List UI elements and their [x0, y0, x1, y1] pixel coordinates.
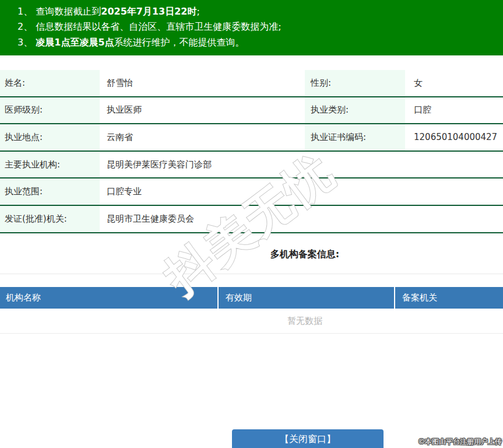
section-divider: [0, 274, 503, 274]
column-header-filing-authority: 备案机关: [394, 287, 503, 309]
license-number-value: 120650104000427: [414, 124, 497, 150]
registration-empty-state: 暂无数据: [0, 309, 503, 334]
column-header-validity-period: 有效期: [217, 287, 394, 309]
gender-label: 性别:: [305, 70, 405, 96]
table-row-name-gender: 姓名: 舒雪怡 性别: 女: [0, 70, 503, 97]
notice-line-3: 3、 凌晨1点至凌晨5点系统进行维护，不能提供查询。: [17, 35, 503, 50]
notice-line-1-bold: 2025年7月13日22时: [101, 6, 196, 17]
notice-line-3-text: 3、: [17, 37, 36, 48]
column-header-institution-name: 机构名称: [0, 287, 217, 309]
gender-value: 女: [414, 70, 423, 96]
practitioner-query-page: 1、 查询数据截止到2025年7月13日22时; 2、 信息数据结果以各省、自治…: [0, 0, 503, 448]
multi-institution-section-title: 多机构备案信息:: [0, 249, 503, 261]
name-value: 舒雪怡: [107, 70, 133, 96]
practice-scope-value: 口腔专业: [107, 178, 142, 205]
notice-line-3-bold: 凌晨1点至凌晨5点: [36, 37, 114, 48]
notice-line-1: 1、 查询数据截止到2025年7月13日22时;: [17, 4, 503, 19]
table-row-issuing-authority: 发证(批准)机关: 昆明市卫生健康委员会: [0, 206, 503, 233]
table-row-level-category: 医师级别: 执业医师 执业类别: 口腔: [0, 97, 503, 125]
copyright-stamp: ©本图由平台注册用户上传: [418, 437, 502, 447]
table-row-location-license: 执业地点: 云南省 执业证书编码: 120650104000427: [0, 124, 503, 152]
notice-line-3-suffix: 系统进行维护，不能提供查询。: [114, 37, 245, 48]
practice-category-label: 执业类别:: [305, 97, 405, 124]
notice-line-2-text: 2、 信息数据结果以各省、自治区、直辖市卫生健康委数据为准;: [17, 21, 282, 32]
page-inner: 1、 查询数据截止到2025年7月13日22时; 2、 信息数据结果以各省、自治…: [0, 0, 503, 448]
notice-line-1-suffix: ;: [196, 6, 199, 17]
license-number-label: 执业证书编码:: [305, 124, 405, 150]
name-label: 姓名:: [0, 70, 100, 96]
table-row-main-institution: 主要执业机构: 昆明美伊莱医疗美容门诊部: [0, 152, 503, 179]
main-institution-value: 昆明美伊莱医疗美容门诊部: [107, 152, 212, 178]
notice-line-2: 2、 信息数据结果以各省、自治区、直辖市卫生健康委数据为准;: [17, 19, 503, 34]
practice-location-value: 云南省: [107, 124, 133, 150]
registration-table-header: 机构名称 有效期 备案机关: [0, 287, 503, 309]
practice-scope-label: 执业范围:: [0, 178, 100, 205]
main-institution-label: 主要执业机构:: [0, 152, 100, 178]
practice-category-value: 口腔: [414, 97, 431, 124]
close-window-button[interactable]: 【关闭窗口】: [232, 429, 384, 448]
notice-banner: 1、 查询数据截止到2025年7月13日22时; 2、 信息数据结果以各省、自治…: [0, 0, 503, 55]
practitioner-info-table: 姓名: 舒雪怡 性别: 女 医师级别: 执业医师 执业类别: 口腔 执业地点: …: [0, 70, 503, 233]
notice-line-1-text: 1、 查询数据截止到: [17, 6, 101, 17]
issuing-authority-value: 昆明市卫生健康委员会: [107, 206, 194, 232]
doctor-level-value: 执业医师: [107, 97, 142, 124]
doctor-level-label: 医师级别:: [0, 97, 100, 124]
table-row-practice-scope: 执业范围: 口腔专业: [0, 178, 503, 206]
issuing-authority-label: 发证(批准)机关:: [0, 206, 100, 232]
practice-location-label: 执业地点:: [0, 124, 100, 150]
